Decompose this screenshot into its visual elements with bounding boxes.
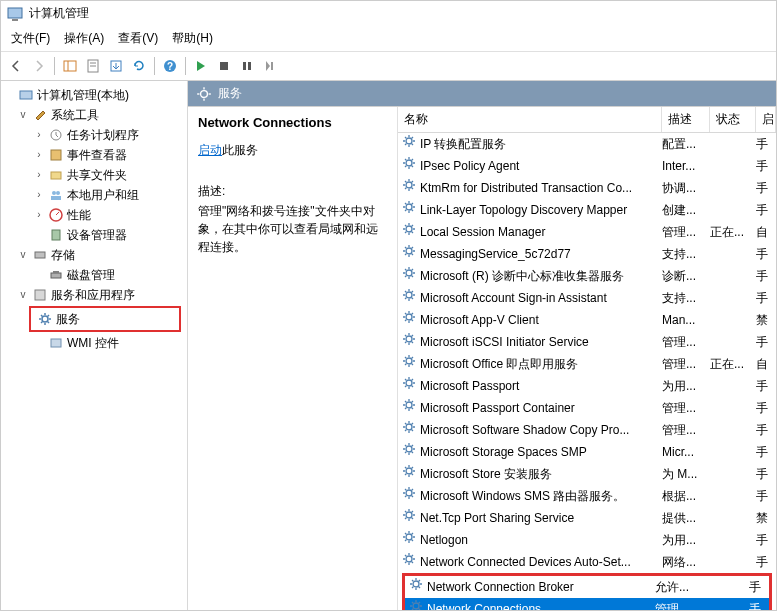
svg-line-122 bbox=[412, 313, 414, 315]
service-row[interactable]: Microsoft Passport为用...手 bbox=[398, 375, 776, 397]
detail-pane: Network Connections 启动此服务 描述: 管理"网络和拨号连接… bbox=[188, 107, 398, 610]
start-service-button[interactable] bbox=[190, 55, 212, 77]
svg-line-212 bbox=[412, 533, 414, 535]
service-name: Microsoft Office 即点即用服务 bbox=[420, 355, 578, 374]
tree-task-scheduler[interactable]: › 任务计划程序 bbox=[3, 125, 185, 145]
tree-wmi[interactable]: WMI 控件 bbox=[3, 333, 185, 353]
menu-action[interactable]: 操作(A) bbox=[58, 28, 110, 49]
service-row[interactable]: Microsoft Windows SMS 路由器服务。根据...手 bbox=[398, 485, 776, 507]
description-text: 管理"网络和拨号连接"文件夹中对象，在其中你可以查看局域网和远程连接。 bbox=[198, 202, 387, 256]
export-button[interactable] bbox=[105, 55, 127, 77]
svg-line-201 bbox=[412, 518, 414, 520]
svg-rect-2 bbox=[64, 61, 76, 71]
service-row[interactable]: IP 转换配置服务配置...手 bbox=[398, 133, 776, 155]
svg-line-228 bbox=[419, 587, 421, 589]
service-row[interactable]: IPsec Policy AgentInter...手 bbox=[398, 155, 776, 177]
svg-rect-36 bbox=[51, 339, 61, 347]
gear-icon bbox=[402, 266, 416, 286]
gear-icon bbox=[402, 420, 416, 440]
refresh-button[interactable] bbox=[128, 55, 150, 77]
svg-point-132 bbox=[406, 358, 412, 364]
column-startup[interactable]: 启 bbox=[756, 107, 776, 132]
services-list: 名称 描述 状态 启 IP 转换配置服务配置...手IPsec Policy A… bbox=[398, 107, 776, 610]
toolbar: ? bbox=[1, 52, 776, 81]
svg-line-191 bbox=[405, 489, 407, 491]
svg-line-202 bbox=[405, 518, 407, 520]
column-name[interactable]: 名称 bbox=[398, 107, 662, 132]
menu-file[interactable]: 文件(F) bbox=[5, 28, 56, 49]
service-row[interactable]: Network Connections管理...手 bbox=[405, 598, 769, 610]
service-desc: Inter... bbox=[662, 157, 710, 176]
service-row[interactable]: Microsoft Office 即点即用服务管理...正在...自 bbox=[398, 353, 776, 375]
service-row[interactable]: Microsoft (R) 诊断中心标准收集器服务诊断...手 bbox=[398, 265, 776, 287]
tree-services[interactable]: 服务 bbox=[33, 309, 177, 329]
show-hide-button[interactable] bbox=[59, 55, 81, 77]
tree-shared-folders[interactable]: › 共享文件夹 bbox=[3, 165, 185, 185]
service-status: 正在... bbox=[710, 223, 756, 242]
tree-performance[interactable]: › 性能 bbox=[3, 205, 185, 225]
properties-button[interactable] bbox=[82, 55, 104, 77]
service-desc: 管理... bbox=[662, 355, 710, 374]
service-row[interactable]: Net.Tcp Port Sharing Service提供...禁 bbox=[398, 507, 776, 529]
service-row[interactable]: Microsoft Store 安装服务为 M...手 bbox=[398, 463, 776, 485]
app-icon bbox=[7, 6, 23, 22]
window-title: 计算机管理 bbox=[29, 5, 89, 22]
tree-services-apps[interactable]: v 服务和应用程序 bbox=[3, 285, 185, 305]
service-row[interactable]: MessagingService_5c72d77支持...手 bbox=[398, 243, 776, 265]
tree-event-viewer[interactable]: › 事件查看器 bbox=[3, 145, 185, 165]
svg-line-33 bbox=[48, 322, 50, 324]
service-row[interactable]: Netlogon为用...手 bbox=[398, 529, 776, 551]
content-title: 服务 bbox=[218, 85, 242, 102]
service-row[interactable]: Microsoft Software Shadow Copy Pro...管理.… bbox=[398, 419, 776, 441]
svg-line-155 bbox=[405, 401, 407, 403]
service-name: Microsoft App-V Client bbox=[420, 311, 539, 330]
back-button[interactable] bbox=[5, 55, 27, 77]
service-row[interactable]: Network Connection Broker允许...手 bbox=[405, 576, 769, 598]
svg-line-103 bbox=[405, 276, 407, 278]
svg-line-59 bbox=[412, 159, 414, 161]
service-row[interactable]: Network Connected Devices Auto-Set...网络.… bbox=[398, 551, 776, 573]
tree-root[interactable]: 计算机管理(本地) bbox=[3, 85, 185, 105]
menu-view[interactable]: 查看(V) bbox=[112, 28, 164, 49]
column-desc[interactable]: 描述 bbox=[662, 107, 710, 132]
content-header: 服务 bbox=[188, 81, 776, 106]
service-row[interactable]: Microsoft iSCSI Initiator Service管理...手 bbox=[398, 331, 776, 353]
service-desc: 管理... bbox=[662, 333, 710, 352]
tree-local-users[interactable]: › 本地用户和组 bbox=[3, 185, 185, 205]
help-button[interactable]: ? bbox=[159, 55, 181, 77]
service-name: Network Connections bbox=[427, 600, 541, 611]
stop-service-button[interactable] bbox=[213, 55, 235, 77]
menu-help[interactable]: 帮助(H) bbox=[166, 28, 219, 49]
restart-service-button[interactable] bbox=[259, 55, 281, 77]
service-row[interactable]: Link-Layer Topology Discovery Mapper创建..… bbox=[398, 199, 776, 221]
service-row[interactable]: Microsoft Passport Container管理...手 bbox=[398, 397, 776, 419]
tree-disk-management[interactable]: 磁盘管理 bbox=[3, 265, 185, 285]
service-startup: 禁 bbox=[756, 509, 776, 528]
svg-point-19 bbox=[56, 191, 60, 195]
svg-line-166 bbox=[405, 430, 407, 432]
tree-storage[interactable]: v 存储 bbox=[3, 245, 185, 265]
tree-device-manager[interactable]: 设备管理器 bbox=[3, 225, 185, 245]
svg-line-137 bbox=[405, 357, 407, 359]
service-row[interactable]: Microsoft App-V ClientMan...禁 bbox=[398, 309, 776, 331]
service-row[interactable]: Microsoft Storage Spaces SMPMicr...手 bbox=[398, 441, 776, 463]
service-row[interactable]: Microsoft Account Sign-in Assistant支持...… bbox=[398, 287, 776, 309]
start-service-link[interactable]: 启动 bbox=[198, 143, 222, 157]
service-desc: 网络... bbox=[662, 553, 710, 572]
service-row[interactable]: Local Session Manager管理...正在...自 bbox=[398, 221, 776, 243]
nav-tree[interactable]: 计算机管理(本地) v 系统工具 › 任务计划程序 › 事件查看器 › 共享文件… bbox=[1, 81, 188, 610]
selected-service-title: Network Connections bbox=[198, 115, 387, 130]
service-name: Microsoft Store 安装服务 bbox=[420, 465, 552, 484]
tree-services-highlight: 服务 bbox=[29, 306, 181, 332]
svg-line-128 bbox=[405, 335, 407, 337]
gear-icon bbox=[402, 464, 416, 484]
svg-line-140 bbox=[412, 357, 414, 359]
svg-line-130 bbox=[405, 342, 407, 344]
forward-button[interactable] bbox=[28, 55, 50, 77]
column-status[interactable]: 状态 bbox=[710, 107, 756, 132]
tree-system-tools[interactable]: v 系统工具 bbox=[3, 105, 185, 125]
service-row[interactable]: KtmRm for Distributed Transaction Co...协… bbox=[398, 177, 776, 199]
service-startup: 手 bbox=[756, 201, 776, 220]
svg-point-27 bbox=[42, 316, 48, 322]
pause-service-button[interactable] bbox=[236, 55, 258, 77]
